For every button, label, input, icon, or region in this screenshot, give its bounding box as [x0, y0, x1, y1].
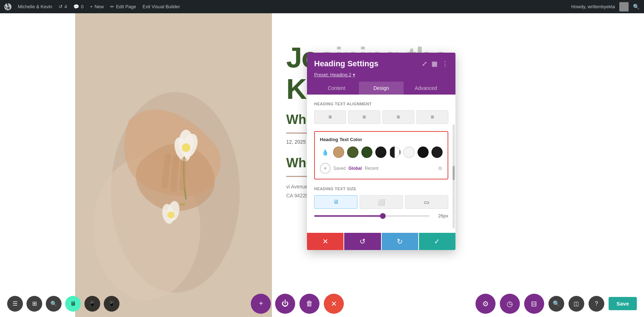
- exit-builder-label: Exit Visual Builder: [143, 4, 180, 9]
- admin-search-icon[interactable]: 🔍: [633, 4, 640, 10]
- tab-content[interactable]: Content: [314, 82, 359, 95]
- grid-btn[interactable]: ⊞: [26, 296, 42, 312]
- page-image-column: [75, 13, 272, 317]
- redo-button[interactable]: ↻: [382, 233, 418, 250]
- grid-icon: ⊞: [32, 300, 37, 307]
- color-tab-recent[interactable]: Recent: [365, 166, 378, 171]
- eyedropper-btn[interactable]: 💧: [320, 147, 330, 158]
- exit-builder-btn[interactable]: Exit Visual Builder: [143, 4, 180, 9]
- search-tool-icon: 🔍: [50, 301, 57, 307]
- size-section: Heading Text Size 🖥 ⬜ ▭ 26px: [314, 187, 448, 218]
- bottom-right-tools: ⚙ ◷ ⊟ 🔍 ◫ ? Save: [475, 294, 637, 314]
- color-swatch-very-dark[interactable]: [418, 147, 429, 158]
- trash-icon: 🗑: [306, 299, 313, 308]
- revisions-count: 4: [64, 4, 67, 9]
- responsive-btn[interactable]: ⊟: [524, 294, 544, 314]
- heading-settings-panel: Heading Settings ⤢ ▦ ⋮ Preset: Heading 2…: [307, 53, 455, 250]
- page-settings-btn[interactable]: ⚙: [475, 294, 496, 314]
- new-btn[interactable]: + New: [90, 4, 104, 9]
- pencil-icon: ✏: [110, 4, 114, 9]
- help-btn[interactable]: ?: [589, 296, 604, 312]
- tablet-size-btn[interactable]: ⬜: [360, 195, 403, 209]
- color-swatch-white[interactable]: [403, 147, 414, 158]
- svg-rect-10: [180, 203, 185, 206]
- align-center-btn[interactable]: ≡: [348, 110, 380, 124]
- user-avatar[interactable]: [619, 2, 629, 11]
- dots-menu-btn[interactable]: ⋮: [442, 60, 448, 68]
- size-value-display: 26px: [434, 213, 448, 218]
- search-tool-btn[interactable]: 🔍: [46, 296, 62, 312]
- align-justify-btn[interactable]: ≡: [416, 110, 448, 124]
- new-label: New: [94, 4, 104, 9]
- desktop-icon: 🖥: [333, 199, 339, 205]
- cancel-button[interactable]: ✕: [307, 233, 343, 250]
- canvas-area: Jooining the Krnight When: Saturday 12, …: [0, 13, 644, 317]
- color-swatch-dark[interactable]: [431, 147, 443, 158]
- divider: [286, 133, 308, 134]
- wp-logo-btn[interactable]: [4, 3, 11, 10]
- mobile-size-btn[interactable]: ▭: [405, 195, 448, 209]
- color-swatch-split[interactable]: [389, 147, 400, 158]
- save-button[interactable]: Save: [609, 297, 637, 310]
- color-swatches-row: 💧: [320, 147, 443, 158]
- edit-page-label: Edit Page: [116, 4, 136, 9]
- color-swatch-near-black[interactable]: [375, 147, 386, 158]
- tab-advanced[interactable]: Advanced: [404, 82, 448, 95]
- history-btn[interactable]: ◷: [500, 294, 520, 314]
- color-swatch-dark-green[interactable]: [347, 147, 358, 158]
- power-btn[interactable]: ⏻: [275, 294, 295, 314]
- close-btn[interactable]: ✕: [324, 294, 344, 314]
- alignment-section-label: Heading Text Alignment: [314, 102, 448, 106]
- cancel-icon: ✕: [322, 237, 328, 246]
- comments-btn[interactable]: 💬 0: [73, 4, 83, 9]
- size-slider[interactable]: [314, 215, 430, 217]
- trash-btn[interactable]: 🗑: [299, 294, 319, 314]
- align-left-icon: ≡: [328, 114, 332, 120]
- panel-header: Heading Settings ⤢ ▦ ⋮ Preset: Heading 2…: [307, 53, 455, 95]
- add-icon: +: [259, 299, 263, 308]
- panel-tabs: Content Design Advanced: [314, 82, 448, 95]
- edit-page-btn[interactable]: ✏ Edit Page: [110, 4, 136, 9]
- panel-scrollbar[interactable]: [453, 124, 455, 229]
- confirm-button[interactable]: ✓: [419, 233, 455, 250]
- search-pages-btn[interactable]: 🔍: [548, 296, 564, 312]
- mobile-view-btn[interactable]: 📱: [104, 296, 119, 312]
- color-settings-icon[interactable]: ⚙: [438, 165, 443, 171]
- power-icon: ⏻: [282, 299, 289, 308]
- color-tab-global[interactable]: Global: [348, 166, 362, 171]
- bottom-left-tools: ☰ ⊞ 🔍 🖥 📱 📱: [7, 296, 119, 312]
- color-swatch-deeper-green[interactable]: [361, 147, 372, 158]
- mobile-icon: ▭: [424, 199, 429, 206]
- columns-icon-btn[interactable]: ▦: [431, 60, 438, 68]
- revisions-btn[interactable]: ↺ 4: [59, 4, 67, 9]
- redo-icon: ↻: [397, 237, 403, 246]
- color-swatch-tan[interactable]: [333, 147, 344, 158]
- add-color-btn[interactable]: +: [320, 163, 331, 174]
- tab-design[interactable]: Design: [359, 82, 404, 95]
- undo-button[interactable]: ↺: [344, 233, 381, 250]
- preset-selector[interactable]: Preset: Heading 2 ▾: [314, 72, 448, 77]
- eyedropper-icon: 💧: [322, 149, 329, 156]
- tablet-view-btn[interactable]: 📱: [84, 296, 100, 312]
- panel-scrollbar-thumb: [453, 166, 455, 180]
- layers-btn[interactable]: ◫: [569, 296, 584, 312]
- bottom-center-tools: + ⏻ 🗑 ✕: [251, 294, 344, 314]
- comments-icon: 💬: [73, 4, 79, 9]
- history-icon: ◷: [507, 299, 513, 308]
- desktop-size-btn[interactable]: 🖥: [314, 195, 357, 209]
- expand-icon-btn[interactable]: ⤢: [422, 60, 427, 68]
- panel-header-icons: ⤢ ▦ ⋮: [422, 60, 448, 68]
- align-right-btn[interactable]: ≡: [382, 110, 414, 124]
- close-icon: ✕: [331, 299, 337, 308]
- color-section: Heading Text Color 💧 + Saved: [314, 131, 448, 179]
- desktop-view-btn[interactable]: 🖥: [65, 296, 81, 312]
- site-name-btn[interactable]: Michelle & Kevin: [18, 4, 52, 9]
- align-left-btn[interactable]: ≡: [314, 110, 346, 124]
- color-section-label: Heading Text Color: [320, 137, 443, 142]
- color-tab-saved[interactable]: Saved: [333, 166, 346, 171]
- device-buttons: 🖥 ⬜ ▭: [314, 195, 448, 209]
- align-justify-icon: ≡: [431, 114, 434, 120]
- add-module-btn[interactable]: +: [251, 294, 271, 314]
- align-center-icon: ≡: [362, 114, 366, 120]
- menu-btn[interactable]: ☰: [7, 296, 23, 312]
